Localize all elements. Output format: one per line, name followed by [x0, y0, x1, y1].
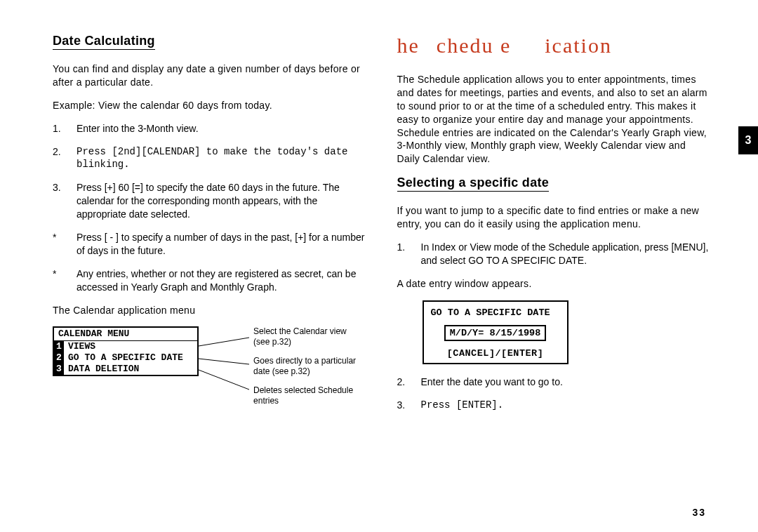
menu-item-number: 3 [54, 364, 64, 375]
step-number: 3. [397, 399, 411, 412]
svg-line-2 [199, 370, 249, 390]
left-column: Date Calculating You can find and displa… [53, 34, 365, 421]
calendar-menu-title: CALENDAR MENU [54, 328, 197, 340]
menu-item-number: 1 [54, 341, 64, 352]
step-text: Enter the date you want to go to. [421, 375, 563, 389]
date-window-value-box: M/D/Y= 8/15/1998 [444, 325, 547, 341]
step-number: 2. [397, 375, 411, 389]
note-item: * Press [ - ] to specify a number of day… [53, 231, 365, 258]
chapter-tab: 3 [738, 126, 758, 154]
date-calculating-notes: * Press [ - ] to specify a number of day… [53, 231, 365, 294]
step-text: Press [ENTER]. [421, 399, 504, 412]
step-text: In Index or View mode of the Schedule ap… [421, 241, 710, 267]
chapter-title: he chedu e ication [397, 34, 710, 58]
date-window-buttons: [CANCEL]/[ENTER] [431, 348, 560, 359]
example-line: Example: View the calendar 60 days from … [53, 99, 365, 112]
menu-item-label: GO TO A SPECIFIC DATE [68, 352, 183, 364]
step-number: 1. [397, 241, 411, 267]
note-text: Press [ - ] to specify a number of days … [77, 231, 365, 258]
step-number: 2. [53, 145, 67, 172]
window-appears-text: A date entry window appears. [397, 277, 710, 291]
step-item: 2. Press [2nd][CALENDAR] to make the tod… [53, 145, 365, 172]
schedule-intro-paragraph: The Schedule application allows you to e… [397, 73, 710, 166]
menu-item-number: 2 [54, 352, 64, 364]
calendar-menu-box: CALENDAR MENU 1 VIEWS 2 GO TO A SPECIFIC… [53, 326, 199, 376]
svg-line-1 [199, 359, 249, 364]
note-item: * Any entries, whether or not they are r… [53, 267, 365, 294]
step-item: 1. In Index or View mode of the Schedule… [397, 241, 710, 267]
note-bullet: * [53, 267, 67, 294]
selecting-date-intro: If you want to jump to a specific date t… [397, 204, 710, 231]
step-item: 3. Press [ENTER]. [397, 399, 710, 412]
calendar-menu-figure: CALENDAR MENU 1 VIEWS 2 GO TO A SPECIFIC… [53, 326, 365, 415]
section-heading-selecting-date: Selecting a specific date [397, 175, 550, 192]
step-item: 3. Press [+] 60 [=] to specify the date … [53, 181, 365, 221]
callout-leader-lines [199, 329, 409, 392]
date-window-title: GO TO A SPECIFIC DATE [431, 307, 560, 318]
selecting-date-steps-2: 2. Enter the date you want to go to. 3. … [397, 375, 710, 412]
svg-line-0 [199, 338, 249, 346]
step-text: Enter into the 3-Month view. [77, 122, 199, 135]
menu-item-label: DATA DELETION [68, 364, 139, 375]
chapter-title-part: ication [545, 34, 612, 57]
section-heading-date-calculating: Date Calculating [53, 34, 155, 50]
selecting-date-steps-1: 1. In Index or View mode of the Schedule… [397, 241, 710, 267]
step-text: Press [+] 60 [=] to specify the date 60 … [77, 181, 365, 221]
step-item: 2. Enter the date you want to go to. [397, 375, 710, 389]
date-calculating-steps: 1. Enter into the 3-Month view. 2. Press… [53, 122, 365, 221]
chapter-title-part: he [397, 34, 420, 57]
step-number: 3. [53, 181, 67, 221]
date-entry-window: GO TO A SPECIFIC DATE M/D/Y= 8/15/1998 [… [423, 300, 568, 364]
menu-item-label: VIEWS [68, 341, 95, 352]
note-text: Any entries, whether or not they are reg… [77, 267, 365, 294]
calendar-menu-item: 1 VIEWS [54, 341, 197, 352]
calendar-menu-item: 3 DATA DELETION [54, 364, 197, 375]
menu-caption: The Calendar application menu [53, 304, 365, 317]
step-text: Press [2nd][CALENDAR] to make the today'… [77, 145, 365, 172]
intro-paragraph: You can find and display any date a give… [53, 62, 365, 89]
chapter-title-part: chedu e [437, 34, 511, 57]
page-number: 33 [692, 507, 706, 518]
right-column: he chedu e ication The Schedule applicat… [397, 34, 710, 421]
calendar-menu-item: 2 GO TO A SPECIFIC DATE [54, 352, 197, 364]
note-bullet: * [53, 231, 67, 258]
page-columns: Date Calculating You can find and displa… [53, 34, 709, 421]
step-number: 1. [53, 122, 67, 135]
step-item: 1. Enter into the 3-Month view. [53, 122, 365, 135]
